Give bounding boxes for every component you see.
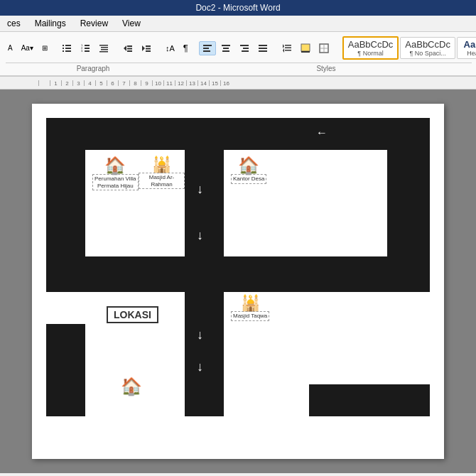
svg-rect-25 — [203, 48, 209, 49]
area-top-right: 🏠 Kantor Desa — [224, 150, 387, 256]
heading1-style-preview: AaBbCc — [462, 39, 476, 50]
svg-rect-18 — [127, 48, 132, 49]
ruler-mark: 4 — [84, 80, 95, 86]
svg-rect-22 — [146, 48, 151, 49]
svg-rect-3 — [65, 48, 71, 49]
arrow-down-3: ↓ — [197, 328, 203, 342]
ruler-mark: 3 — [72, 80, 84, 86]
arrow-down-4: ↓ — [197, 359, 203, 374]
ruler-mark — [38, 80, 50, 86]
house-icon-kantor: 🏠 — [238, 157, 259, 174]
svg-rect-1 — [65, 45, 71, 46]
svg-rect-12 — [99, 45, 108, 46]
align-center-btn[interactable] — [217, 41, 234, 55]
road-left-vertical — [46, 118, 85, 274]
justify-btn[interactable] — [254, 41, 271, 55]
no-spacing-style-preview: AaBbCcDc — [405, 39, 450, 50]
svg-rect-24 — [203, 45, 212, 46]
font-size-btn[interactable]: A — [4, 42, 16, 54]
menu-ces[interactable]: ces — [3, 17, 25, 30]
svg-rect-14 — [101, 49, 108, 50]
svg-rect-19 — [127, 50, 132, 52]
num-list-btn[interactable]: 1.2.3. — [77, 41, 94, 55]
heading1-style-label: Heading 1 — [462, 50, 476, 57]
house-icon-perumahan: 🏠 — [104, 157, 126, 174]
ruler-mark: 12 — [175, 80, 186, 86]
label-masjid-ar-rahman: Masjid Ar-Rahman — [139, 173, 185, 189]
road-bottom-left — [46, 324, 85, 416]
title-bar: Doc2 - Microsoft Word — [0, 0, 476, 16]
map-container: 🏠 Perumahan VillaPermata Hijau 🕌 Masjid … — [46, 118, 430, 416]
ribbon: A Aa▾ ⊞ 1.2.3. ↕A ¶ — [0, 32, 476, 77]
svg-rect-2 — [63, 48, 64, 49]
ruler-mark: 16 — [220, 80, 232, 86]
svg-rect-37 — [285, 47, 291, 48]
font-size-up-btn[interactable]: Aa▾ — [18, 42, 37, 54]
normal-style-label: ¶ Normal — [348, 50, 394, 57]
svg-marker-39 — [283, 44, 284, 48]
align-right-btn[interactable] — [236, 41, 253, 55]
bullet-list-btn[interactable] — [58, 41, 75, 55]
mosque-icon-ar-rahman: 🕌 — [152, 157, 171, 173]
road-top-full — [46, 118, 430, 150]
svg-rect-15 — [99, 51, 108, 53]
increase-indent-btn[interactable] — [138, 41, 155, 55]
ruler-mark: 15 — [209, 80, 220, 86]
svg-rect-17 — [127, 45, 132, 47]
svg-rect-13 — [101, 47, 108, 48]
svg-marker-40 — [283, 48, 284, 53]
svg-rect-41 — [301, 44, 310, 51]
road-vertical-center — [185, 118, 224, 416]
page: 🏠 Perumahan VillaPermata Hijau 🕌 Masjid … — [32, 104, 444, 459]
ruler: 1 2 3 4 5 6 7 8 9 10 11 12 13 14 15 16 — [0, 77, 476, 90]
no-spacing-style-label: ¶ No Spaci... — [405, 50, 450, 57]
location-masjid-taqwa: 🕌 Masjid Taqwa — [231, 296, 269, 321]
ribbon-group-labels: Paragraph Styles — [4, 63, 472, 72]
svg-rect-31 — [243, 48, 249, 49]
svg-marker-16 — [124, 45, 126, 51]
svg-rect-11 — [85, 50, 90, 52]
svg-rect-23 — [146, 50, 151, 52]
align-left-btn[interactable] — [199, 41, 216, 55]
document-area[interactable]: 🏠 Perumahan VillaPermata Hijau 🕌 Masjid … — [0, 90, 476, 473]
svg-text:3.: 3. — [81, 49, 83, 53]
ruler-mark: 9 — [141, 80, 152, 86]
font-style-btn[interactable]: ⊞ — [38, 42, 51, 54]
road-right-vertical — [387, 118, 430, 260]
ruler-marks: 1 2 3 4 5 6 7 8 9 10 11 12 13 14 15 16 — [38, 80, 232, 86]
area-bottom-right: 🕌 Masjid Taqwa — [224, 292, 387, 384]
svg-rect-27 — [222, 45, 230, 46]
svg-rect-34 — [259, 48, 267, 49]
ruler-mark: 5 — [95, 80, 107, 86]
svg-rect-26 — [203, 50, 210, 52]
ruler-mark: 8 — [129, 80, 141, 86]
heading1-style-box[interactable]: AaBbCc Heading 1 — [457, 37, 476, 59]
borders-btn[interactable] — [315, 41, 332, 55]
svg-rect-21 — [146, 45, 151, 47]
svg-rect-29 — [222, 50, 229, 52]
line-spacing-btn[interactable] — [278, 41, 296, 55]
no-spacing-style-box[interactable]: AaBbCcDc ¶ No Spaci... — [400, 37, 455, 59]
area-bottom-left: LOKASI 🏠 — [85, 292, 185, 416]
label-masjid-taqwa: Masjid Taqwa — [231, 311, 269, 321]
multilevel-list-btn[interactable] — [95, 41, 112, 55]
normal-style-box[interactable]: AaBbCcDc ¶ Normal — [342, 36, 399, 60]
svg-rect-7 — [85, 45, 90, 46]
menu-view[interactable]: View — [118, 17, 145, 30]
pilcrow-btn[interactable]: ¶ — [180, 40, 192, 55]
menu-bar: ces Mailings Review View — [0, 16, 476, 32]
ruler-mark: 11 — [163, 80, 175, 86]
decrease-indent-btn[interactable] — [119, 41, 136, 55]
paragraph-group-label: Paragraph — [6, 63, 180, 72]
svg-rect-0 — [63, 45, 64, 46]
arrow-left-top: ← — [316, 126, 328, 139]
menu-mailings[interactable]: Mailings — [31, 17, 70, 30]
road-horizontal-mid — [46, 256, 430, 292]
sort-btn[interactable]: ↕A — [162, 42, 178, 55]
ruler-mark: 10 — [152, 80, 163, 86]
menu-review[interactable]: Review — [76, 17, 112, 30]
svg-rect-5 — [65, 50, 71, 52]
ruler-mark: 2 — [61, 80, 72, 86]
area-top-left: 🏠 Perumahan VillaPermata Hijau 🕌 Masjid … — [85, 150, 185, 256]
shading-btn[interactable] — [297, 41, 314, 55]
